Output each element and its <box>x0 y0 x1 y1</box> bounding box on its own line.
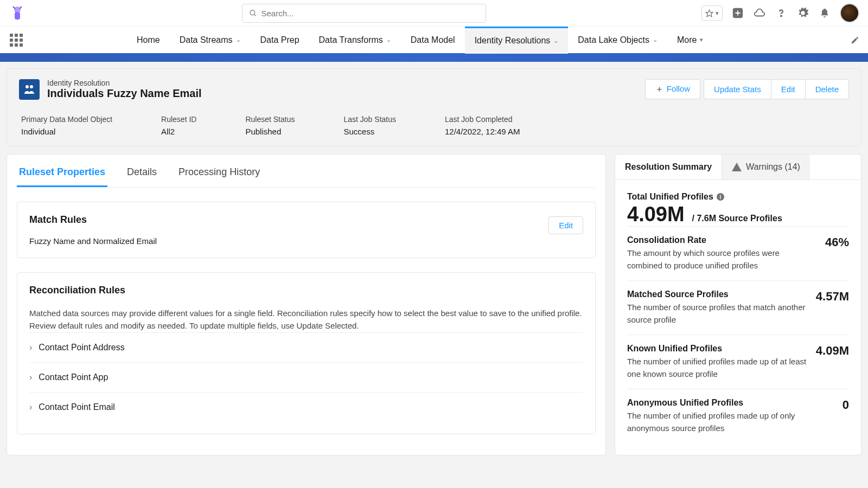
chevron-down-icon: ⌄ <box>653 36 658 43</box>
svg-point-2 <box>250 10 254 15</box>
tab-details[interactable]: Details <box>125 162 159 187</box>
identity-resolution-icon <box>19 79 40 100</box>
chevron-down-icon: ⌄ <box>236 36 241 43</box>
delete-button[interactable]: Delete <box>806 79 849 99</box>
field-ruleset-status: Ruleset Status Published <box>245 115 295 136</box>
tab-processing-history[interactable]: Processing History <box>176 162 262 187</box>
search-input[interactable] <box>261 9 479 18</box>
field-job-status: Last Job Status Success <box>343 115 396 136</box>
add-button[interactable] <box>731 7 744 20</box>
edit-button[interactable]: Edit <box>771 79 806 99</box>
accordion-contact-point-address[interactable]: › Contact Point Address <box>29 332 583 362</box>
field-ruleset-id: Ruleset ID All2 <box>161 115 196 136</box>
stat-known-unified-profiles: Known Unified Profiles The number of uni… <box>627 335 849 389</box>
cloud-icon[interactable] <box>753 7 766 20</box>
chevron-down-icon: ▾ <box>716 10 719 17</box>
nav-data-transforms[interactable]: Data Transforms⌄ <box>309 27 401 54</box>
chevron-right-icon: › <box>29 343 32 352</box>
bell-icon[interactable] <box>818 7 831 20</box>
match-rules-edit-button[interactable]: Edit <box>548 216 583 234</box>
nav-more[interactable]: More▾ <box>667 27 713 54</box>
svg-line-3 <box>254 14 256 16</box>
chevron-down-icon: ▾ <box>700 36 703 43</box>
object-type-label: Identity Resolution <box>47 79 202 87</box>
user-avatar[interactable] <box>840 3 859 23</box>
nav-identity-resolutions[interactable]: Identity Resolutions⌄ <box>465 27 569 54</box>
follow-button[interactable]: ＋Follow <box>645 79 700 99</box>
svg-point-7 <box>25 85 29 88</box>
record-header: Identity Resolution Individuals Fuzzy Na… <box>7 68 861 146</box>
chevron-right-icon: › <box>29 373 32 382</box>
nav-home[interactable]: Home <box>127 27 170 54</box>
search-icon <box>249 9 257 17</box>
accordion-contact-point-app[interactable]: › Contact Point App <box>29 362 583 392</box>
tab-resolution-summary[interactable]: Resolution Summary <box>615 155 722 179</box>
stat-anonymous-unified-profiles: Anonymous Unified Profiles The number of… <box>627 389 849 443</box>
chevron-right-icon: › <box>29 402 32 412</box>
star-icon <box>705 9 713 17</box>
accordion-contact-point-email[interactable]: › Contact Point Email <box>29 392 583 422</box>
help-icon[interactable] <box>775 7 788 20</box>
match-rules-card: Match Rules Edit Fuzzy Name and Normaliz… <box>17 202 596 258</box>
field-job-completed: Last Job Completed 12/4/2022, 12:49 AM <box>445 115 520 136</box>
nav-data-model[interactable]: Data Model <box>401 27 465 54</box>
source-profiles-value: / 7.6M Source Profiles <box>692 214 782 223</box>
tab-ruleset-properties[interactable]: Ruleset Properties <box>17 162 107 187</box>
warning-icon <box>732 163 742 171</box>
svg-point-6 <box>781 16 782 17</box>
info-icon[interactable]: i <box>717 193 724 201</box>
nav-data-streams[interactable]: Data Streams⌄ <box>170 27 251 54</box>
chevron-down-icon: ⌄ <box>386 36 391 43</box>
update-stats-button[interactable]: Update Stats <box>704 79 771 99</box>
nav-data-lake-objects[interactable]: Data Lake Objects⌄ <box>568 27 667 54</box>
total-unified-label: Total Unified Profiles i <box>627 192 849 202</box>
reconciliation-description: Matched data sources may provide differe… <box>29 307 583 332</box>
match-rule-item: Fuzzy Name and Normalized Email <box>29 236 583 246</box>
app-logo <box>9 4 26 22</box>
record-title: Individuals Fuzzy Name Email <box>47 87 202 100</box>
stat-matched-source-profiles: Matched Source Profiles The number of so… <box>627 280 849 335</box>
match-rules-heading: Match Rules <box>29 214 87 226</box>
total-unified-value: 4.09M <box>627 203 685 226</box>
favorites-button[interactable]: ▾ <box>701 5 723 21</box>
global-search[interactable] <box>242 4 486 23</box>
nav-data-prep[interactable]: Data Prep <box>251 27 309 54</box>
reconciliation-heading: Reconciliation Rules <box>29 285 583 296</box>
stat-consolidation-rate: Consolidation Rate The amount by which s… <box>627 226 849 280</box>
svg-point-8 <box>30 85 33 88</box>
svg-marker-4 <box>706 10 713 17</box>
gear-icon[interactable] <box>796 7 809 20</box>
app-launcher-icon[interactable] <box>9 33 24 48</box>
tab-warnings[interactable]: Warnings (14) <box>722 155 810 179</box>
edit-nav-icon[interactable] <box>851 36 859 44</box>
field-primary-object: Primary Data Model Object Individual <box>21 115 112 136</box>
reconciliation-rules-card: Reconciliation Rules Matched data source… <box>17 272 596 434</box>
chevron-down-icon: ⌄ <box>553 37 558 44</box>
svg-rect-1 <box>15 12 20 20</box>
